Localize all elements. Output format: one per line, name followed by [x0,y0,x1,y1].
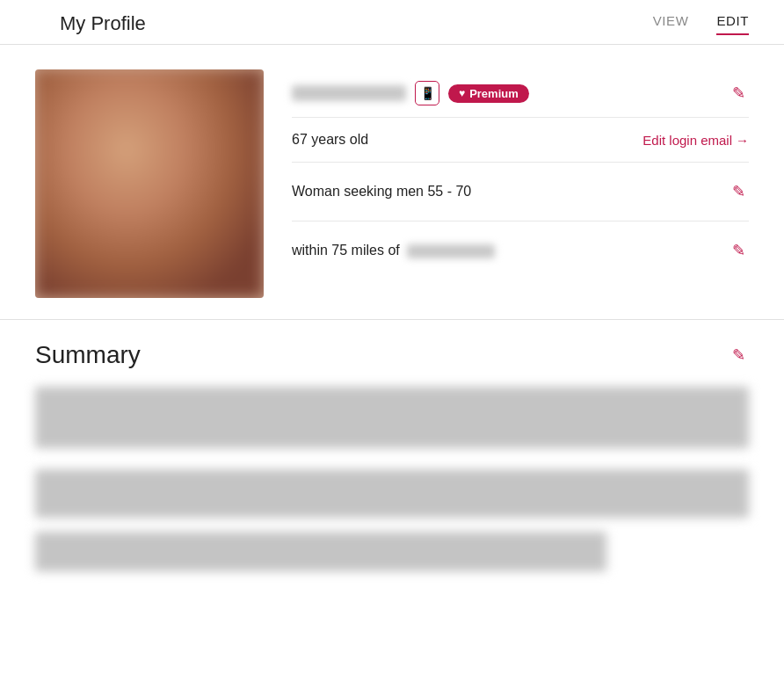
edit-name-button[interactable]: ✎ [729,80,749,106]
premium-label: Premium [469,87,519,100]
page-title: My Profile [60,12,146,35]
seeking-text: Woman seeking men 55 - 70 [292,184,471,200]
avatar-image [35,69,264,298]
summary-title: Summary [35,341,141,369]
edit-seeking-button[interactable]: ✎ [729,178,749,205]
edit-login-link[interactable]: Edit login email → [642,133,749,148]
profile-info: 📱 ♥ Premium ✎ 67 years old Edit login em… [292,69,749,280]
summary-text-blurred-1 [35,387,749,448]
age-row: 67 years old Edit login email → [292,118,749,163]
premium-heart-icon: ♥ [459,87,465,99]
edit-location-button[interactable]: ✎ [729,237,749,264]
header: My Profile VIEW EDIT [0,0,784,45]
profile-section: 📱 ♥ Premium ✎ 67 years old Edit login em… [0,45,784,320]
premium-badge: ♥ Premium [448,84,529,103]
edit-summary-button[interactable]: ✎ [729,342,749,368]
summary-text-blurred-3 [35,532,606,571]
tab-view[interactable]: VIEW [653,13,689,35]
location-text: within 75 miles of [292,243,495,258]
name-row: 📱 ♥ Premium ✎ [292,69,749,118]
age-text: 67 years old [292,132,368,148]
profile-name-blurred [292,85,406,101]
location-blurred [407,244,495,258]
tab-edit[interactable]: EDIT [716,13,749,35]
seeking-row: Woman seeking men 55 - 70 ✎ [292,163,749,222]
avatar [35,69,264,298]
summary-content [35,387,749,571]
name-row-left: 📱 ♥ Premium [292,81,729,105]
tab-bar: VIEW EDIT [653,13,749,35]
summary-header: Summary ✎ [35,341,749,369]
location-row: within 75 miles of ✎ [292,222,749,280]
summary-text-blurred-2 [35,469,749,518]
phone-icon: 📱 [415,81,439,105]
summary-section: Summary ✎ [0,320,784,592]
page-container: My Profile VIEW EDIT 📱 [0,0,784,690]
